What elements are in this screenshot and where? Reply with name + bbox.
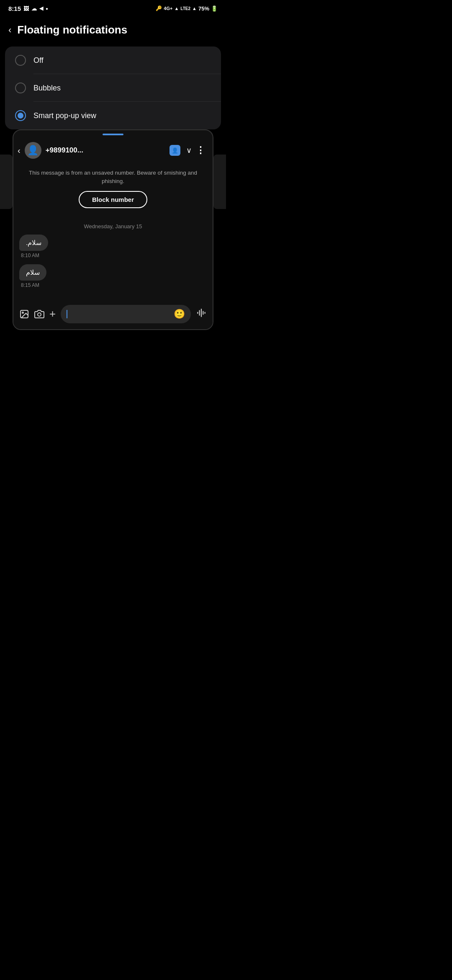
battery-label: 75% [198, 5, 209, 12]
chat-header: ‹ 👤 +9899100... 👤 ∨ ⋮ [13, 138, 213, 163]
message-time-2: 8:15 AM [21, 282, 39, 288]
popup-panel-wrapper: ‹ 👤 +9899100... 👤 ∨ ⋮ This message is fr… [0, 129, 226, 338]
svg-point-1 [22, 312, 23, 313]
radio-smart-inner [18, 113, 23, 119]
warning-area: This message is from an unsaved number. … [13, 163, 213, 217]
dropdown-button[interactable]: ∨ [186, 146, 192, 155]
option-off[interactable]: Off [5, 46, 221, 74]
battery-icon: 🔋 [211, 5, 218, 12]
contact-badge: 👤 [170, 145, 180, 156]
location-icon: ◀ [39, 5, 43, 11]
key-icon: 🔑 [156, 5, 162, 11]
text-cursor [67, 310, 67, 318]
status-bar: 8:15 🖼 ☁ ◀ ● 🔑 4G+ ▲ LTE2 ▲ 75% 🔋 [0, 0, 226, 15]
page-header: ‹ Floating notifications [0, 15, 226, 46]
cloud-icon: ☁ [31, 5, 37, 12]
network-label: 4G+ [164, 6, 172, 11]
message-bubble-1: سلام. [19, 235, 48, 251]
page-title: Floating notifications [17, 23, 127, 36]
popup-panel: ‹ 👤 +9899100... 👤 ∨ ⋮ This message is fr… [13, 129, 213, 330]
gallery-attach-button[interactable] [19, 309, 29, 319]
status-left: 8:15 🖼 ☁ ◀ ● [8, 5, 48, 12]
pill [103, 134, 123, 135]
right-handle [213, 155, 226, 209]
options-card: Off Bubbles Smart pop-up view [5, 46, 221, 129]
pill-indicator-area [13, 130, 213, 138]
lte-label: LTE2 [180, 6, 190, 11]
message-row: سلام 8:15 AM [19, 264, 207, 288]
signal2-icon: ▲ [192, 6, 197, 11]
radio-bubbles [15, 83, 26, 93]
camera-button[interactable] [34, 309, 44, 319]
radio-smart [15, 110, 26, 121]
option-off-label: Off [33, 56, 44, 65]
option-smart-label: Smart pop-up view [33, 111, 96, 120]
emoji-button[interactable]: 🙂 [174, 309, 185, 320]
message-row: سلام. 8:10 AM [19, 235, 207, 258]
dot-icon: ● [46, 6, 48, 11]
back-button[interactable]: ‹ [8, 25, 11, 36]
status-time: 8:15 [8, 5, 21, 12]
radio-off [15, 55, 26, 66]
block-number-button[interactable]: Block number [79, 191, 147, 208]
gallery-icon: 🖼 [23, 5, 29, 12]
add-button[interactable]: + [49, 307, 56, 320]
text-input-field[interactable]: 🙂 [61, 305, 191, 323]
chat-phone-number: +9899100... [46, 146, 165, 155]
message-bubble-2: سلام [19, 264, 46, 281]
date-separator: Wednesday, January 15 [13, 217, 213, 235]
contact-icon: 👤 [172, 147, 178, 154]
signal-icon: ▲ [174, 6, 179, 11]
warning-text: This message is from an unsaved number. … [23, 169, 203, 186]
option-bubbles-label: Bubbles [33, 84, 61, 93]
option-smart[interactable]: Smart pop-up view [5, 102, 221, 129]
more-options-button[interactable]: ⋮ [196, 145, 206, 156]
messages-area: سلام. 8:10 AM سلام 8:15 AM [13, 235, 213, 301]
input-bar: + 🙂 [13, 301, 213, 329]
chat-avatar: 👤 [25, 142, 41, 159]
status-right: 🔑 4G+ ▲ LTE2 ▲ 75% 🔋 [156, 5, 218, 12]
voice-button[interactable] [196, 307, 207, 320]
message-time-1: 8:10 AM [21, 253, 39, 258]
chat-back-button[interactable]: ‹ [18, 146, 21, 155]
option-bubbles[interactable]: Bubbles [5, 74, 221, 102]
person-icon: 👤 [27, 145, 39, 156]
left-handle [0, 155, 13, 209]
svg-point-2 [38, 313, 41, 316]
